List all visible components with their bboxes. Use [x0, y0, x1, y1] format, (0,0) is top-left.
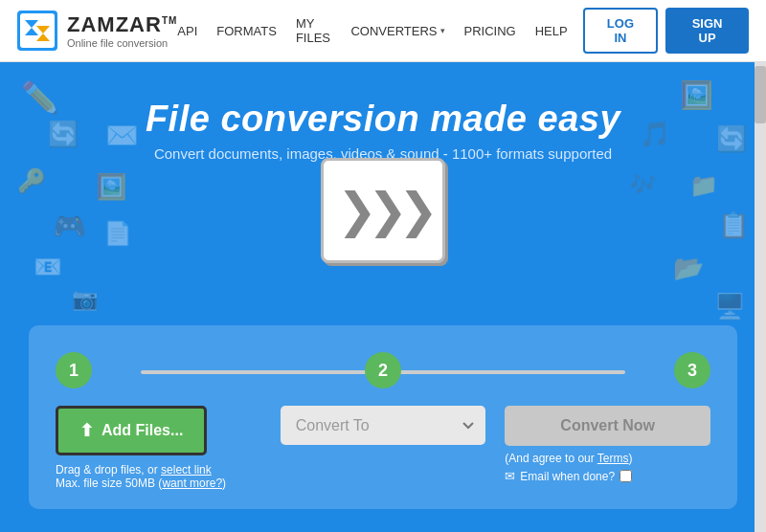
- bg-copy-icon: 📂: [673, 254, 704, 283]
- zamzar-logo-icon: [17, 11, 57, 51]
- select-link[interactable]: select link: [161, 463, 212, 477]
- logo-tagline: Online file conversion: [67, 37, 177, 49]
- nav-pricing[interactable]: PRICING: [464, 24, 516, 38]
- hero-title: File conversion made easy: [0, 99, 766, 140]
- nav-converters[interactable]: CONVERTERS ▾: [350, 24, 444, 38]
- logo-text-block: ZAMZARTM Online file conversion: [67, 12, 177, 49]
- nav-help[interactable]: HELP: [535, 24, 568, 38]
- step-3-circle: 3: [674, 352, 710, 388]
- bg-monitor-icon: 🖥️: [714, 292, 745, 321]
- bg-files-icon: 📋: [718, 211, 749, 240]
- graphic-box: ❯❯❯: [321, 158, 445, 263]
- agree-text: (And agree to our Terms): [505, 452, 632, 465]
- steps-row: 1 2 3: [56, 352, 710, 388]
- hero-section: ✏️ 🔄 🔑 🎮 ✉️ 🖼️ 📄 📧 📷 🖼️ 🔄 📁 🎵 📋 📂 🖥️ 🎶 F…: [0, 62, 766, 532]
- email-icon: ✉: [505, 469, 515, 483]
- converters-chevron-icon: ▾: [440, 26, 445, 35]
- bg-envelope-icon: 📧: [34, 254, 62, 280]
- play-arrows-icon: ❯❯❯: [337, 183, 429, 238]
- nav-formats[interactable]: FORMATS: [216, 24, 277, 38]
- bg-image-icon: 🖼️: [96, 172, 126, 202]
- max-size-text: Max. file size 50MB (want more?): [56, 477, 226, 490]
- bg-folder-icon: 📁: [689, 172, 718, 199]
- bg-photo-icon: 📷: [72, 287, 98, 312]
- nav-my-files[interactable]: MY FILES: [296, 16, 332, 45]
- hero-title-italic: easy: [538, 99, 621, 139]
- actions-row: ⬆ Add Files... Drag & drop files, or sel…: [56, 406, 710, 490]
- email-checkbox[interactable]: [620, 470, 632, 482]
- step1-area: ⬆ Add Files... Drag & drop files, or sel…: [56, 406, 261, 490]
- nav-api[interactable]: API: [177, 24, 197, 38]
- signup-button[interactable]: SIGN UP: [665, 8, 749, 54]
- logo-area: ZAMZARTM Online file conversion: [17, 11, 177, 51]
- terms-link[interactable]: Terms: [597, 452, 629, 465]
- convert-to-select[interactable]: Convert To: [281, 406, 486, 445]
- bg-gamepad-icon: 🎮: [53, 211, 86, 242]
- bg-doc-icon: 📄: [103, 220, 132, 247]
- converter-widget: 1 2 3 ⬆ Add Files... Drag & drop files, …: [29, 325, 737, 509]
- center-graphic: ❯❯❯: [321, 158, 445, 263]
- step3-area: Convert Now (And agree to our Terms) ✉ E…: [505, 406, 710, 483]
- main-nav: API FORMATS MY FILES CONVERTERS ▾ PRICIN…: [177, 16, 567, 45]
- header: ZAMZARTM Online file conversion API FORM…: [0, 0, 766, 62]
- email-when-done-label: Email when done?: [520, 470, 615, 483]
- step2-area: Convert To: [281, 406, 486, 445]
- logo-name: ZAMZARTM: [67, 12, 177, 37]
- drag-drop-text: Drag & drop files, or select link: [56, 463, 212, 477]
- step-2-circle: 2: [365, 352, 401, 388]
- want-more-link[interactable]: want more?: [162, 477, 222, 490]
- email-row: ✉ Email when done?: [505, 469, 632, 483]
- upload-icon: ⬆: [79, 420, 94, 441]
- add-files-button[interactable]: ⬆ Add Files...: [56, 406, 207, 455]
- convert-now-button[interactable]: Convert Now: [505, 406, 710, 446]
- bg-note-icon: 🎶: [630, 172, 656, 197]
- login-button[interactable]: LOG IN: [583, 8, 659, 54]
- bg-key-icon: 🔑: [17, 167, 46, 194]
- step-1-circle: 1: [56, 352, 92, 388]
- hero-text: File conversion made easy Convert docume…: [0, 62, 766, 162]
- svg-rect-1: [20, 13, 55, 48]
